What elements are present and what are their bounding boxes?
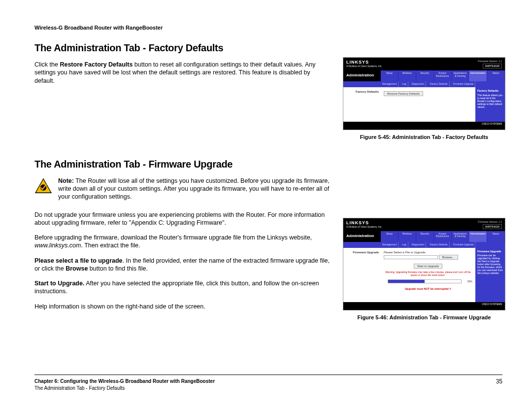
restore-defaults-button[interactable]: Restore Factory Defaults xyxy=(384,91,423,96)
brand-subtitle: A Division of Cisco Systems, Inc. xyxy=(346,65,502,68)
brand-subtitle: A Division of Cisco Systems, Inc. xyxy=(346,225,502,228)
help-panel: Factory Defaults This feature allows you… xyxy=(475,87,505,122)
help-panel: Firmware Upgrade Firmware can be upgrade… xyxy=(475,248,505,302)
progress-percent: 50% xyxy=(467,280,472,283)
help-title: Factory Defaults xyxy=(477,89,503,93)
figure-1-caption: Figure 5-45: Administration Tab - Factor… xyxy=(343,134,505,140)
nav-section-label: Administration xyxy=(343,70,381,81)
help-title: Firmware Upgrade xyxy=(477,250,503,253)
tab-apps[interactable]: Applications & Gaming xyxy=(452,231,469,242)
model-badge: WRT54GR xyxy=(483,64,502,68)
start-upgrade-button[interactable]: Start to Upgrade xyxy=(414,264,442,269)
subnav-firmware-upgrade[interactable]: Firmware Upgrade xyxy=(452,81,475,87)
progress-bar xyxy=(388,279,462,283)
tab-access[interactable]: Access Restrictions xyxy=(434,70,452,81)
subnav-diagnostics[interactable]: Diagnostics xyxy=(410,81,427,87)
footer-chapter: Chapter 6: Configuring the Wireless-G Br… xyxy=(34,378,502,385)
figure-2-screenshot: LINKSYS A Division of Cisco Systems, Inc… xyxy=(343,218,505,310)
figure-1-screenshot: LINKSYS A Division of Cisco Systems, Inc… xyxy=(343,57,505,130)
tab-setup[interactable]: Setup xyxy=(381,231,399,242)
subnav-log[interactable]: Log xyxy=(400,242,408,248)
section-2-title: The Administration Tab - Firmware Upgrad… xyxy=(34,159,330,170)
tab-setup[interactable]: Setup xyxy=(381,70,399,81)
subnav-management[interactable]: Management xyxy=(381,242,399,248)
file-select-label: Please Select a File to Upgrade: xyxy=(384,251,426,254)
subnav: Management Log Diagnostics Factory Defau… xyxy=(343,81,505,87)
panel-side-label: Factory Defaults xyxy=(343,87,381,122)
warning-text: Warning: Upgrading firmware may take a f… xyxy=(384,271,472,276)
para-appendix: Do not upgrade your firmware unless you … xyxy=(34,211,330,227)
subnav: Management Log Diagnostics Factory Defau… xyxy=(343,242,505,248)
section-firmware-upgrade: LINKSYS A Division of Cisco Systems, Inc… xyxy=(34,159,502,310)
section-1-title: The Administration Tab - Factory Default… xyxy=(34,42,330,54)
tab-administration[interactable]: Administration xyxy=(469,70,487,81)
section-1-para: Click the Restore Factory Defaults butto… xyxy=(34,61,330,85)
para-download: Before upgrading the firmware, download … xyxy=(34,234,330,250)
tab-wireless[interactable]: Wireless xyxy=(399,70,416,81)
interrupt-warning: Upgrade must NOT be interrupted !! xyxy=(384,287,472,290)
page-number: 35 xyxy=(496,378,502,385)
file-path-input[interactable] xyxy=(384,255,438,259)
tab-security[interactable]: Security xyxy=(416,70,434,81)
subnav-factory-defaults[interactable]: Factory Defaults xyxy=(428,81,449,87)
tab-administration[interactable]: Administration xyxy=(469,231,487,242)
section-factory-defaults: LINKSYS A Division of Cisco Systems, Inc… xyxy=(34,42,502,85)
doc-header: Wireless-G Broadband Router with RangeBo… xyxy=(34,25,502,31)
firmware-version: Firmware Version: 1.1 xyxy=(478,220,502,223)
tab-security[interactable]: Security xyxy=(416,231,434,242)
tab-access[interactable]: Access Restrictions xyxy=(434,231,452,242)
cisco-logo: CISCO SYSTEMS xyxy=(482,123,502,125)
tab-wireless[interactable]: Wireless xyxy=(399,231,416,242)
footer-section: The Administration Tab - Factory Default… xyxy=(34,385,502,392)
para-help-info: Help information is shown on the right-h… xyxy=(34,303,330,310)
nav-section-label: Administration xyxy=(343,231,381,242)
note-callout: Note: The Router will lose all of the se… xyxy=(34,177,330,201)
subnav-log[interactable]: Log xyxy=(400,81,408,87)
tab-apps[interactable]: Applications & Gaming xyxy=(452,70,469,81)
panel-side-label: Firmware Upgrade xyxy=(343,248,381,302)
subnav-factory-defaults[interactable]: Factory Defaults xyxy=(428,242,449,248)
model-badge: WRT54GR xyxy=(483,224,502,229)
subnav-firmware-upgrade[interactable]: Firmware Upgrade xyxy=(452,242,475,248)
page-footer: Chapter 6: Configuring the Wireless-G Br… xyxy=(34,375,502,391)
figure-2-caption: Figure 5-46: Administration Tab - Firmwa… xyxy=(343,314,505,320)
subnav-diagnostics[interactable]: Diagnostics xyxy=(410,242,427,248)
browse-button[interactable]: Browse... xyxy=(439,255,458,260)
help-body: Firmware can be upgraded by clicking the… xyxy=(477,254,503,274)
firmware-version: Firmware Version: 1.1 xyxy=(478,60,502,63)
help-body: This feature allows you to reset all of … xyxy=(477,94,502,108)
subnav-management[interactable]: Management xyxy=(381,81,399,87)
cisco-logo: CISCO SYSTEMS xyxy=(482,303,502,306)
para-start-upgrade: Start to Upgrade. After you have selecte… xyxy=(34,279,330,296)
para-select-file: Please select a file to upgrade. In the … xyxy=(34,257,330,273)
tab-status[interactable]: Status xyxy=(487,231,505,242)
warning-icon xyxy=(34,178,52,194)
tab-status[interactable]: Status xyxy=(487,70,505,81)
